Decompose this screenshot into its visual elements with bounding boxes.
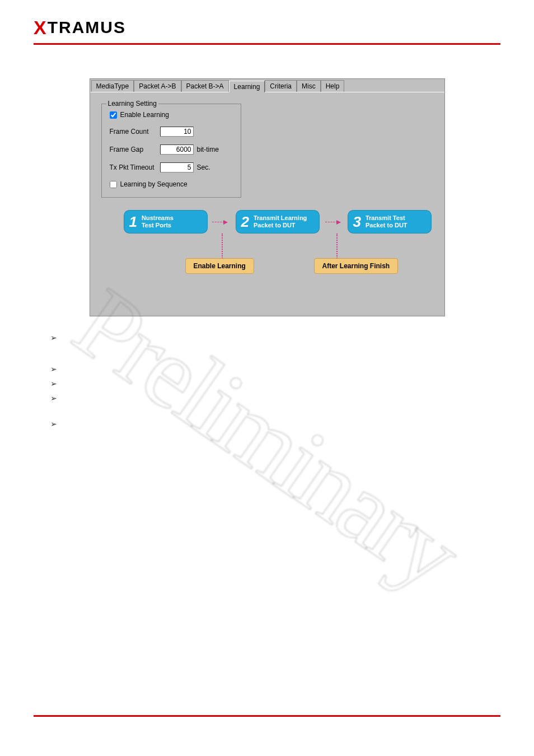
frame-count-input[interactable] [160, 127, 194, 137]
bullet-1: ➢ [50, 333, 500, 342]
flow-label-after-learning: After Learning Finish [314, 258, 399, 274]
learning-setting-fieldset: Learning Setting Enable Learning Frame C… [101, 104, 241, 198]
flow-step-2: 2 Transmit Learning Packet to DUT [236, 210, 320, 234]
bullet-list: ➢ ➢ ➢ ➢ ➢ [34, 333, 500, 428]
flow-arrow-1 [212, 218, 228, 226]
frame-gap-label: Frame Gap [110, 146, 160, 153]
tab-packet-b-a[interactable]: Packet B->A [181, 80, 229, 92]
logo-x: X [34, 17, 48, 38]
tab-learning[interactable]: Learning [229, 81, 265, 92]
bullet-5: ➢ [50, 419, 500, 428]
flow-step-3-line1: Transmit Test [366, 214, 405, 221]
flow-step-2-text: Transmit Learning Packet to DUT [254, 214, 307, 229]
flow-arrow-2 [325, 218, 341, 226]
flow-step-1-num: 1 [129, 213, 137, 231]
enable-learning-label: Enable Learning [120, 111, 169, 119]
flow-label-enable-learning: Enable Learning [185, 258, 254, 274]
frame-count-label: Frame Count [110, 128, 160, 136]
flow-diagram: 1 Nustreams Test Ports 2 Transmit Learni… [101, 210, 433, 277]
flow-step-3: 3 Transmit Test Packet to DUT [348, 210, 432, 234]
tab-packet-a-b[interactable]: Packet A->B [134, 80, 181, 92]
tx-pkt-timeout-label: Tx Pkt Timeout [110, 164, 160, 171]
flow-step-3-num: 3 [353, 213, 361, 231]
tab-mediatype[interactable]: MediaType [91, 80, 134, 92]
tab-help[interactable]: Help [321, 80, 345, 92]
flow-step-1-line2: Test Ports [142, 222, 171, 228]
tab-criteria[interactable]: Criteria [265, 80, 297, 92]
flow-step-3-line2: Packet to DUT [366, 222, 407, 228]
logo-rest: TRAMUS [48, 18, 126, 36]
flow-step-2-line1: Transmit Learning [254, 214, 307, 221]
flow-step-1: 1 Nustreams Test Ports [124, 210, 208, 234]
flow-step-2-line2: Packet to DUT [254, 222, 296, 228]
footer-divider [34, 715, 500, 717]
tab-panel-learning: Learning Setting Enable Learning Frame C… [90, 92, 444, 316]
bullet-3: ➢ [50, 379, 500, 388]
bullet-4: ➢ [50, 394, 500, 403]
learning-by-sequence-label: Learning by Sequence [120, 180, 188, 188]
tx-pkt-timeout-unit: Sec. [197, 164, 210, 171]
bullet-2: ➢ [50, 365, 500, 374]
logo: XTRAMUS [34, 18, 126, 36]
flow-step-3-text: Transmit Test Packet to DUT [366, 214, 407, 229]
flow-step-2-num: 2 [241, 213, 249, 231]
enable-learning-checkbox[interactable] [110, 111, 117, 119]
learning-by-sequence-checkbox[interactable] [110, 181, 117, 188]
flow-step-1-text: Nustreams Test Ports [142, 214, 174, 229]
tab-bar: MediaType Packet A->B Packet B->A Learni… [90, 79, 444, 92]
flow-connector-2 [336, 234, 338, 260]
tx-pkt-timeout-input[interactable] [160, 162, 194, 172]
frame-gap-unit: bit-time [197, 146, 219, 153]
frame-gap-input[interactable] [160, 144, 194, 155]
tab-misc[interactable]: Misc [297, 80, 321, 92]
settings-dialog: MediaType Packet A->B Packet B->A Learni… [90, 78, 445, 316]
fieldset-legend: Learning Setting [106, 100, 158, 108]
flow-step-1-line1: Nustreams [142, 214, 174, 221]
flow-connector-1 [222, 234, 223, 260]
